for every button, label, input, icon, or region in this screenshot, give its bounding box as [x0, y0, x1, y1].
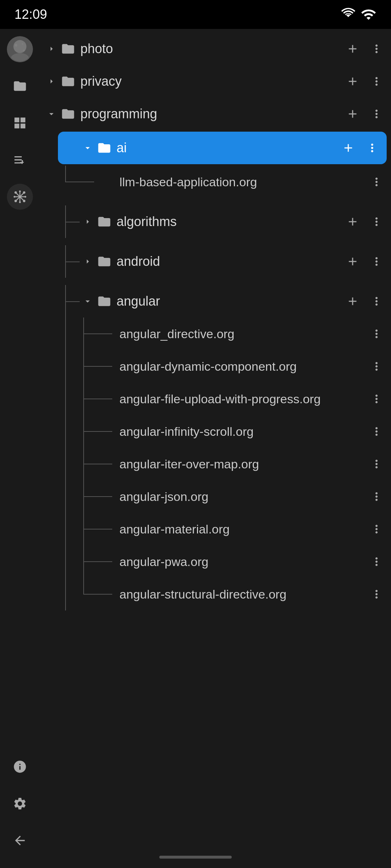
add-button-photo[interactable] — [342, 38, 363, 60]
more-button-privacy[interactable] — [366, 71, 387, 92]
sidebar-item-info[interactable] — [7, 754, 33, 780]
more-button-angular-structural[interactable] — [366, 583, 387, 605]
toggle-photo[interactable] — [43, 41, 59, 57]
folder-svg — [61, 42, 75, 56]
ai-actions — [337, 137, 383, 159]
toggle-angular[interactable] — [80, 293, 96, 309]
add-button-android[interactable] — [342, 251, 363, 272]
svg-line-16 — [20, 192, 24, 197]
file-row-angular-iter[interactable]: angular-iter-over-map.org — [58, 448, 391, 480]
more-vert-icon — [370, 215, 383, 228]
angular-file-2-wrapper: angular-dynamic-component.org — [58, 350, 391, 383]
file-row-angular-structural[interactable]: angular-structural-directive.org — [58, 578, 391, 610]
more-button-algorithms[interactable] — [366, 211, 387, 233]
folder-label-ai: ai — [117, 140, 337, 156]
folder-row-ai[interactable]: ai — [58, 132, 387, 164]
file-row-angular-pwa[interactable]: angular-pwa.org — [58, 545, 391, 578]
angular-file-8-wrapper: angular-pwa.org — [58, 545, 391, 578]
angular-file-7-wrapper: angular-material.org — [58, 513, 391, 545]
folder-row-algorithms[interactable]: algorithms — [58, 205, 391, 238]
algorithms-row-wrapper: algorithms — [40, 205, 391, 238]
folder-row-programming[interactable]: programming — [40, 98, 391, 130]
more-button-angular-material[interactable] — [366, 518, 387, 540]
folder-row-photo[interactable]: photo — [40, 33, 391, 65]
sidebar-item-folder[interactable] — [7, 73, 33, 99]
file-row-angular-directive[interactable]: angular_directive.org — [58, 318, 391, 350]
file-label-angular-file-upload: angular-file-upload-with-progress.org — [119, 392, 366, 406]
folder-svg — [97, 214, 112, 229]
file-row-angular-material[interactable]: angular-material.org — [58, 513, 391, 545]
chevron-down-icon — [46, 109, 56, 119]
more-vert-icon — [366, 141, 379, 154]
more-vert-icon — [370, 295, 383, 308]
avatar[interactable] — [7, 36, 33, 62]
toggle-privacy[interactable] — [43, 73, 59, 89]
home-indicator[interactable] — [159, 856, 232, 859]
angular-file-4-wrapper: angular-infinity-scroll.org — [58, 415, 391, 448]
toggle-algorithms[interactable] — [80, 214, 96, 230]
toggle-ai[interactable] — [80, 140, 96, 156]
spacer — [40, 198, 391, 205]
more-button-android[interactable] — [366, 251, 387, 272]
sidebar-item-network[interactable] — [7, 184, 33, 210]
file-row-angular-file-upload[interactable]: angular-file-upload-with-progress.org — [58, 383, 391, 415]
back-icon — [13, 833, 27, 848]
programming-actions — [342, 103, 387, 125]
angular-iter-actions — [366, 453, 387, 475]
more-button-ai[interactable] — [361, 137, 383, 159]
more-button-angular-pwa[interactable] — [366, 551, 387, 573]
add-button-privacy[interactable] — [342, 71, 363, 92]
angular-actions — [342, 290, 387, 312]
more-button-angular-dynamic[interactable] — [366, 356, 387, 377]
toggle-programming[interactable] — [43, 106, 59, 122]
privacy-actions — [342, 71, 387, 92]
sidebar-item-settings[interactable] — [7, 791, 33, 817]
more-button-angular-file-upload[interactable] — [366, 388, 387, 410]
sidebar-item-notes[interactable] — [7, 147, 33, 173]
folder-row-angular[interactable]: angular — [58, 285, 391, 318]
add-icon — [342, 141, 355, 154]
sidebar-item-grid[interactable] — [7, 110, 33, 136]
more-vert-icon — [370, 175, 383, 188]
angular-file-9-wrapper: angular-structural-directive.org — [58, 578, 391, 610]
add-button-programming[interactable] — [342, 103, 363, 125]
angular-directive-actions — [366, 323, 387, 345]
llm-file-wrapper: llm-based-application.org — [40, 166, 391, 198]
android-row-wrapper: android — [40, 245, 391, 278]
add-button-algorithms[interactable] — [342, 211, 363, 233]
folder-label-privacy: privacy — [80, 74, 342, 89]
chevron-down-icon — [83, 143, 93, 153]
file-row-angular-infinity[interactable]: angular-infinity-scroll.org — [58, 415, 391, 448]
more-button-angular-json[interactable] — [366, 486, 387, 507]
more-button-photo[interactable] — [366, 38, 387, 60]
toggle-android[interactable] — [80, 254, 96, 269]
folder-icon-privacy — [59, 73, 77, 90]
file-row-llm[interactable]: llm-based-application.org — [58, 166, 391, 198]
more-vert-icon — [370, 327, 383, 340]
file-row-angular-json[interactable]: angular-json.org — [58, 480, 391, 513]
more-button-llm[interactable] — [366, 171, 387, 193]
add-button-angular[interactable] — [342, 290, 363, 312]
angular-file-1-wrapper: angular_directive.org — [58, 318, 391, 350]
more-button-angular[interactable] — [366, 290, 387, 312]
spacer3 — [40, 278, 391, 285]
file-row-angular-dynamic[interactable]: angular-dynamic-component.org — [58, 350, 391, 383]
status-time: 12:09 — [14, 7, 47, 22]
folder-row-android[interactable]: android — [58, 245, 391, 278]
folder-row-privacy[interactable]: privacy — [40, 65, 391, 98]
spacer2 — [40, 238, 391, 245]
folder-label-programming: programming — [80, 106, 342, 122]
folder-icon-algorithms — [96, 213, 113, 230]
svg-line-18 — [20, 197, 24, 201]
more-button-angular-iter[interactable] — [366, 453, 387, 475]
more-button-angular-infinity[interactable] — [366, 421, 387, 442]
folder-svg — [61, 74, 75, 89]
more-button-angular-directive[interactable] — [366, 323, 387, 345]
angular-material-actions — [366, 518, 387, 540]
add-icon — [346, 75, 359, 88]
angular-json-actions — [366, 486, 387, 507]
chevron-right-icon — [46, 44, 56, 54]
more-button-programming[interactable] — [366, 103, 387, 125]
add-button-ai[interactable] — [337, 137, 359, 159]
file-label-angular-infinity: angular-infinity-scroll.org — [119, 425, 366, 439]
